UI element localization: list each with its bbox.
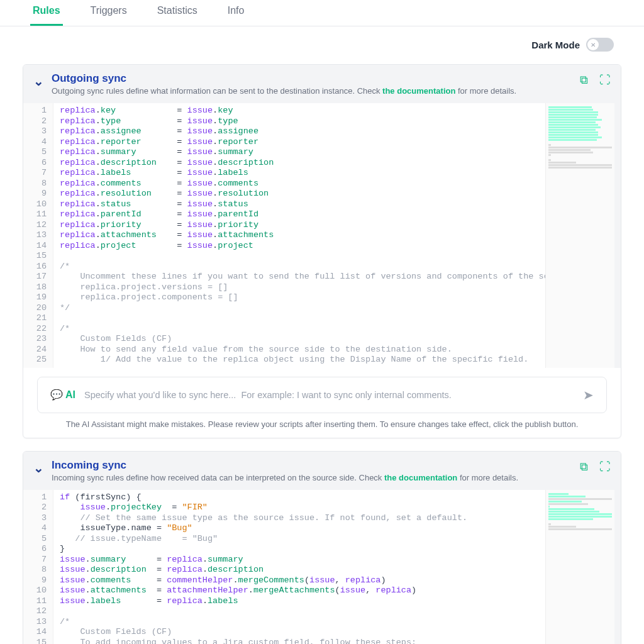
incoming-panel: ⌄ Incoming sync Incoming sync rules defi… bbox=[23, 451, 621, 645]
line-gutter: 123456789101112131415 bbox=[23, 490, 53, 645]
darkmode-toggle[interactable]: ✕ bbox=[586, 38, 614, 52]
tab-statistics[interactable]: Statistics bbox=[155, 0, 200, 26]
outgoing-doc-link[interactable]: the documentation bbox=[382, 86, 455, 96]
outgoing-sub-post: for more details. bbox=[455, 86, 516, 96]
ai-icon: 💬 AI bbox=[50, 389, 75, 401]
incoming-title: Incoming sync bbox=[52, 459, 518, 472]
outgoing-sub-pre: Outgoing sync rules define what informat… bbox=[52, 86, 382, 96]
outgoing-panel: ⌄ Outgoing sync Outgoing sync rules defi… bbox=[23, 64, 621, 438]
tab-rules[interactable]: Rules bbox=[30, 0, 63, 26]
tabs-bar: Rules Triggers Statistics Info bbox=[0, 0, 644, 26]
fullscreen-icon[interactable]: ⛶ bbox=[599, 460, 611, 474]
incoming-doc-link[interactable]: the documentation bbox=[384, 473, 457, 482]
ai-input[interactable] bbox=[84, 390, 574, 400]
send-icon[interactable]: ➤ bbox=[583, 387, 594, 402]
code-body[interactable]: replica.key = issue.keyreplica.type = is… bbox=[53, 103, 545, 368]
copy-icon[interactable]: ⧉ bbox=[580, 74, 588, 87]
incoming-header: ⌄ Incoming sync Incoming sync rules defi… bbox=[23, 452, 621, 490]
incoming-sub-post: for more details. bbox=[457, 473, 518, 482]
tab-triggers[interactable]: Triggers bbox=[88, 0, 130, 26]
scrollbar[interactable] bbox=[614, 103, 621, 368]
code-body[interactable]: if (firstSync) { issue.projectKey = "FIR… bbox=[53, 490, 545, 645]
toolbar: Dark Mode ✕ bbox=[0, 26, 644, 58]
fullscreen-icon[interactable]: ⛶ bbox=[599, 74, 611, 87]
outgoing-subtitle: Outgoing sync rules define what informat… bbox=[52, 86, 516, 96]
incoming-editor[interactable]: 123456789101112131415 if (firstSync) { i… bbox=[23, 490, 621, 645]
copy-icon[interactable]: ⧉ bbox=[580, 460, 588, 474]
scrollbar[interactable] bbox=[614, 490, 621, 645]
toggle-knob: ✕ bbox=[587, 39, 599, 50]
tab-info[interactable]: Info bbox=[225, 0, 247, 26]
darkmode-label: Dark Mode bbox=[531, 40, 580, 50]
ai-badge-text: AI bbox=[65, 389, 75, 401]
incoming-sub-pre: Incoming sync rules define how received … bbox=[52, 473, 384, 482]
incoming-subtitle: Incoming sync rules define how received … bbox=[52, 473, 518, 482]
line-gutter: 1234567891011121314151617181920212223242… bbox=[23, 103, 53, 368]
ai-note: The AI Assistant might make mistakes. Pl… bbox=[37, 419, 607, 429]
outgoing-header: ⌄ Outgoing sync Outgoing sync rules defi… bbox=[23, 65, 621, 103]
outgoing-editor[interactable]: 1234567891011121314151617181920212223242… bbox=[23, 103, 621, 368]
minimap[interactable] bbox=[545, 103, 614, 368]
ai-assistant: 💬 AI ➤ The AI Assistant might make mista… bbox=[37, 368, 607, 429]
minimap[interactable] bbox=[545, 490, 614, 645]
chevron-down-icon[interactable]: ⌄ bbox=[33, 72, 44, 89]
chevron-down-icon[interactable]: ⌄ bbox=[33, 459, 44, 475]
outgoing-title: Outgoing sync bbox=[52, 72, 516, 85]
